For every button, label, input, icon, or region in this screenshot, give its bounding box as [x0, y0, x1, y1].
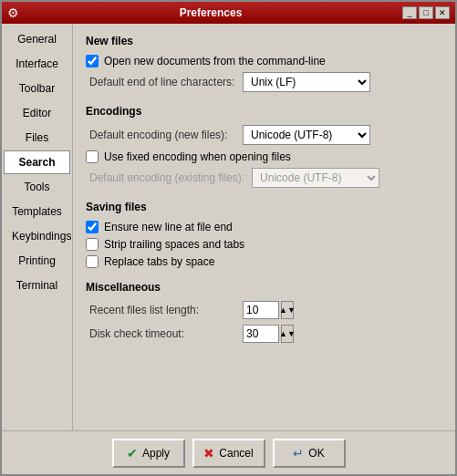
- default-encoding-existing-select[interactable]: Unicode (UTF-8) UTF-16 ISO-8859-1 ASCII: [252, 168, 379, 188]
- sidebar-item-files[interactable]: Files: [4, 126, 70, 150]
- default-eol-select[interactable]: Unix (LF) Windows (CR/LF) Classic Mac (C…: [243, 72, 370, 92]
- bottom-bar: ✔ Apply ✖ Cancel ↵ OK: [2, 430, 455, 474]
- titlebar: ⚙ Preferences _ □ ✕: [2, 2, 455, 24]
- strip-trailing-row: Strip trailing spaces and tabs: [86, 238, 442, 251]
- sidebar-item-interface[interactable]: Interface: [4, 52, 70, 76]
- sidebar-item-tools[interactable]: Tools: [4, 175, 70, 199]
- replace-tabs-row: Replace tabs by space: [86, 255, 442, 268]
- default-encoding-new-row: Default encoding (new files): Unicode (U…: [86, 125, 442, 145]
- new-files-section: New files Open new documents from the co…: [86, 35, 442, 92]
- new-files-title: New files: [86, 35, 442, 47]
- ensure-newline-label: Ensure new line at file end: [104, 221, 233, 233]
- apply-icon: ✔: [127, 446, 138, 460]
- sidebar-item-general[interactable]: General: [4, 27, 70, 51]
- disk-check-row: Disk check timeout: ▲▼: [86, 325, 442, 343]
- main-content: General Interface Toolbar Editor Files S…: [2, 24, 455, 430]
- ok-icon: ↵: [293, 446, 304, 460]
- close-button[interactable]: ✕: [435, 6, 450, 19]
- default-eol-row: Default end of line characters: Unix (LF…: [86, 72, 442, 92]
- disk-check-label: Disk check timeout:: [89, 327, 235, 340]
- misc-title: Miscellaneous: [86, 281, 442, 294]
- ok-label: OK: [308, 447, 324, 460]
- strip-trailing-label: Strip trailing spaces and tabs: [104, 238, 244, 251]
- cancel-icon: ✖: [203, 446, 214, 460]
- ensure-newline-row: Ensure new line at file end: [86, 221, 442, 233]
- replace-tabs-checkbox[interactable]: [86, 255, 99, 268]
- strip-trailing-checkbox[interactable]: [86, 238, 99, 251]
- default-encoding-existing-label: Default encoding (existing files):: [89, 171, 244, 184]
- apply-label: Apply: [142, 447, 170, 460]
- disk-check-spin-btn[interactable]: ▲▼: [281, 325, 294, 343]
- apply-button[interactable]: ✔ Apply: [112, 439, 185, 468]
- encodings-title: Encodings: [86, 105, 442, 118]
- maximize-button[interactable]: □: [419, 6, 433, 19]
- sidebar-item-toolbar[interactable]: Toolbar: [4, 77, 70, 100]
- sidebar-item-editor[interactable]: Editor: [4, 101, 70, 125]
- recent-files-label: Recent files list length:: [89, 304, 235, 316]
- default-eol-label: Default end of line characters:: [89, 76, 235, 88]
- disk-check-input[interactable]: [243, 325, 279, 343]
- saving-section: Saving files Ensure new line at file end…: [86, 201, 442, 268]
- default-encoding-new-label: Default encoding (new files):: [89, 129, 235, 141]
- recent-files-row: Recent files list length: ▲▼: [86, 301, 442, 319]
- sidebar-item-search[interactable]: Search: [4, 150, 70, 174]
- use-fixed-encoding-row: Use fixed encoding when opening files: [86, 150, 442, 163]
- cancel-label: Cancel: [219, 447, 253, 460]
- disk-check-spinner: ▲▼: [243, 325, 294, 343]
- recent-files-spin-btn[interactable]: ▲▼: [281, 301, 294, 319]
- saving-title: Saving files: [86, 201, 442, 213]
- window-title: Preferences: [19, 6, 402, 19]
- encodings-section: Encodings Default encoding (new files): …: [86, 105, 442, 188]
- sidebar-item-terminal[interactable]: Terminal: [4, 274, 70, 297]
- open-new-docs-label: Open new documents from the command-line: [104, 55, 326, 67]
- ensure-newline-checkbox[interactable]: [86, 221, 99, 233]
- replace-tabs-label: Replace tabs by space: [104, 255, 214, 268]
- ok-button[interactable]: ↵ OK: [273, 439, 346, 468]
- sidebar-item-templates[interactable]: Templates: [4, 200, 70, 223]
- misc-section: Miscellaneous Recent files list length: …: [86, 281, 442, 343]
- sidebar-item-printing[interactable]: Printing: [4, 249, 70, 273]
- preferences-window: ⚙ Preferences _ □ ✕ General Interface To…: [0, 0, 457, 476]
- minimize-button[interactable]: _: [402, 6, 417, 19]
- open-new-docs-row: Open new documents from the command-line: [86, 55, 442, 67]
- use-fixed-encoding-checkbox[interactable]: [86, 150, 99, 163]
- open-new-docs-checkbox[interactable]: [86, 55, 99, 67]
- default-encoding-existing-row: Default encoding (existing files): Unico…: [86, 168, 442, 188]
- titlebar-left: ⚙: [7, 5, 19, 20]
- cancel-button[interactable]: ✖ Cancel: [192, 439, 265, 468]
- recent-files-spinner: ▲▼: [243, 301, 294, 319]
- content-area: New files Open new documents from the co…: [73, 24, 455, 430]
- sidebar: General Interface Toolbar Editor Files S…: [2, 24, 73, 430]
- default-encoding-new-select[interactable]: Unicode (UTF-8) UTF-16 ISO-8859-1 ASCII: [243, 125, 370, 145]
- use-fixed-encoding-label: Use fixed encoding when opening files: [104, 150, 291, 163]
- recent-files-input[interactable]: [243, 301, 279, 319]
- titlebar-buttons: _ □ ✕: [402, 6, 450, 19]
- sidebar-item-keybindings[interactable]: Keybindings: [4, 224, 70, 248]
- app-icon: ⚙: [7, 5, 19, 20]
